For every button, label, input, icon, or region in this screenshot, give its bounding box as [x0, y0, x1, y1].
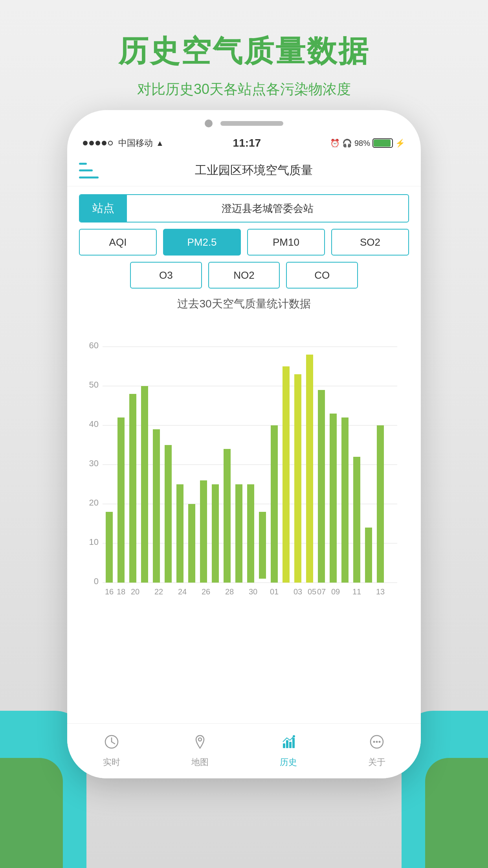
svg-text:24: 24 — [178, 587, 187, 596]
phone-camera — [205, 120, 213, 127]
bar-13 — [377, 425, 384, 583]
page-main-title: 历史空气质量数据 — [0, 31, 488, 72]
status-left: 中国移动 ▲ — [83, 137, 164, 149]
pollutant-btn-AQI[interactable]: AQI — [79, 229, 157, 256]
bar-09b — [341, 417, 349, 583]
svg-rect-33 — [283, 743, 285, 748]
tab-label-realtime: 实时 — [103, 756, 120, 768]
svg-rect-36 — [292, 738, 295, 748]
carrier-label: 中国移动 — [118, 137, 153, 149]
svg-text:22: 22 — [154, 587, 163, 596]
page-subtitle: 对比历史30天各站点各污染物浓度 — [0, 80, 488, 99]
tab-item-map[interactable]: 地图 — [156, 734, 244, 768]
clock-icon — [104, 734, 119, 753]
bar-20a — [129, 394, 136, 583]
pollutant-btn-SO2[interactable]: SO2 — [331, 229, 409, 256]
pollutant-btn-CO[interactable]: CO — [286, 262, 358, 289]
bar-09a — [330, 414, 337, 583]
tab-item-realtime[interactable]: 实时 — [67, 734, 156, 768]
bar-05a — [283, 366, 290, 583]
bar-22b — [165, 445, 172, 583]
chart-title: 过去30天空气质量统计数据 — [79, 296, 409, 311]
pollutant-btn-PM25[interactable]: PM2.5 — [163, 229, 241, 256]
station-value: 澄迈县老城管委会站 — [127, 195, 408, 222]
bar-07 — [318, 390, 325, 583]
pollutant-btn-PM10[interactable]: PM10 — [247, 229, 325, 256]
svg-text:26: 26 — [202, 587, 210, 596]
pollutant-buttons-row2: O3 NO2 CO — [79, 262, 409, 289]
bar-28b — [224, 449, 231, 583]
tab-label-map: 地图 — [191, 756, 209, 768]
chart-icon — [281, 734, 296, 753]
app-title: 工业园区环境空气质量 — [99, 162, 409, 178]
menu-line-1 — [79, 163, 87, 165]
headphone-icon: 🎧 — [342, 138, 352, 148]
bar-18 — [117, 417, 125, 583]
svg-point-39 — [373, 741, 375, 743]
svg-text:60: 60 — [89, 340, 99, 350]
bg-decoration-green-right — [425, 758, 488, 868]
bar-01 — [259, 512, 266, 579]
map-icon — [192, 734, 208, 753]
signal-dot-1 — [83, 141, 88, 145]
tab-label-about: 关于 — [368, 756, 385, 768]
bar-30b — [247, 484, 254, 583]
more-icon — [369, 734, 385, 753]
svg-text:16: 16 — [105, 587, 114, 596]
menu-line-2 — [79, 169, 93, 171]
bar-03 — [271, 425, 278, 583]
header-area: 历史空气质量数据 对比历史30天各站点各污染物浓度 — [0, 31, 488, 99]
bar-05b — [294, 374, 301, 583]
tab-item-history[interactable]: 历史 — [244, 734, 332, 768]
pollutant-btn-NO2[interactable]: NO2 — [208, 262, 280, 289]
svg-text:05: 05 — [308, 587, 316, 596]
svg-point-37 — [293, 735, 295, 737]
bar-24 — [176, 484, 183, 583]
station-row[interactable]: 站点 澄迈县老城管委会站 — [79, 194, 409, 223]
svg-text:40: 40 — [89, 419, 99, 429]
svg-rect-35 — [289, 742, 292, 748]
bar-20b — [141, 386, 148, 583]
svg-rect-34 — [286, 740, 288, 748]
menu-line-3 — [79, 177, 99, 178]
svg-line-31 — [112, 742, 115, 744]
bar-chart: 60 50 40 30 20 10 0 — [83, 319, 405, 618]
svg-text:11: 11 — [352, 587, 361, 596]
wifi-icon: ▲ — [156, 139, 164, 148]
svg-text:0: 0 — [94, 576, 99, 586]
tab-bar: 实时 地图 历史 — [67, 723, 421, 778]
pollutant-btn-O3[interactable]: O3 — [130, 262, 202, 289]
bar-30a — [235, 484, 242, 583]
bar-11a — [353, 457, 360, 583]
svg-text:30: 30 — [89, 458, 99, 468]
bar-05c — [306, 355, 313, 583]
svg-text:20: 20 — [131, 587, 139, 596]
svg-point-40 — [376, 741, 378, 743]
bg-decoration-green-left — [0, 758, 63, 868]
svg-text:18: 18 — [117, 587, 125, 596]
signal-dots — [83, 141, 113, 145]
alarm-icon: ⏰ — [330, 138, 340, 148]
svg-point-32 — [198, 738, 202, 741]
signal-dot-4 — [102, 141, 106, 145]
signal-dot-5 — [108, 141, 113, 145]
battery-percent: 98% — [354, 139, 370, 148]
signal-dot-2 — [89, 141, 94, 145]
status-right: ⏰ 🎧 98% ⚡ — [330, 138, 405, 148]
phone-top-hardware — [67, 110, 421, 131]
bar-11b — [365, 528, 372, 583]
signal-dot-3 — [95, 141, 100, 145]
chart-container: 60 50 40 30 20 10 0 — [79, 319, 409, 618]
app-nav-bar: 工业园区环境空气质量 — [67, 155, 421, 186]
pollutant-buttons-row1: AQI PM2.5 PM10 SO2 — [79, 229, 409, 256]
svg-text:09: 09 — [331, 587, 340, 596]
status-time: 11:17 — [233, 137, 261, 149]
station-label: 站点 — [80, 195, 127, 222]
bar-26b — [200, 480, 207, 583]
content-area: 站点 澄迈县老城管委会站 AQI PM2.5 PM10 SO2 O3 NO2 C… — [67, 194, 421, 618]
svg-text:10: 10 — [89, 537, 99, 547]
tab-item-about[interactable]: 关于 — [332, 734, 421, 768]
charging-icon: ⚡ — [395, 138, 405, 148]
menu-icon[interactable] — [79, 163, 99, 178]
tab-label-history: 历史 — [280, 756, 297, 768]
